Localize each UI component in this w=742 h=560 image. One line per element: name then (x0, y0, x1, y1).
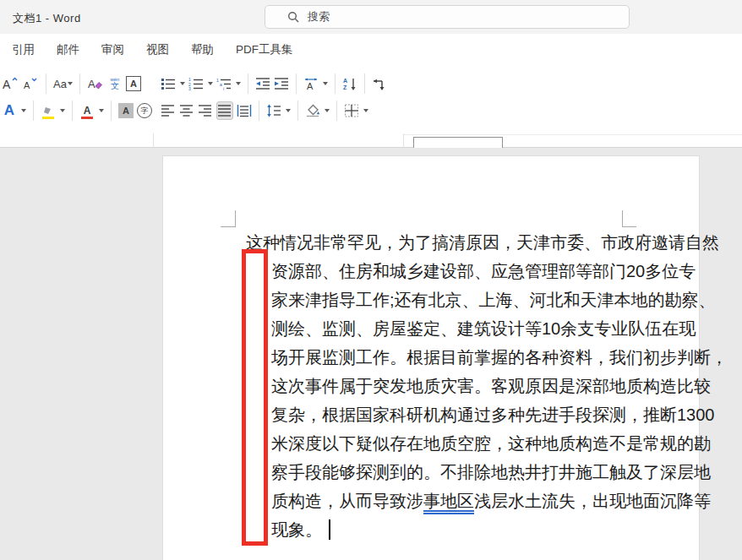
text-line: 家来津指导工作;还有北京、上海、河北和天津本地的勘察、 (271, 285, 623, 314)
text-line: 这种情况非常罕见，为了搞清原因，天津市委、市政府邀请自然 (246, 228, 623, 257)
numbering-dropdown[interactable] (208, 82, 213, 85)
divider (111, 101, 112, 121)
svg-text:i: i (223, 86, 224, 91)
svg-text:A: A (88, 78, 95, 90)
font-color-dropdown[interactable] (99, 109, 104, 112)
svg-text:Z: Z (343, 84, 347, 90)
numbering-button[interactable]: 123 (188, 74, 204, 93)
document-page[interactable]: 这种情况非常罕见，为了搞清原因，天津市委、市政府邀请自然资源部、住房和城乡建设部… (162, 155, 700, 560)
text-line: 这次事件属于突发地质灾害。客观原因是深部地质构造比较 (271, 372, 623, 400)
document-title: 文档1 - Word (13, 11, 81, 26)
word-window: 文档1 - Word 搜索 引用邮件审阅视图帮助PDF工具集 A A Aa A (0, 0, 742, 560)
line-spacing-dropdown[interactable] (286, 109, 291, 112)
margin-mark-right (622, 210, 623, 227)
paragraph-group-row2 (161, 101, 368, 121)
align-left-button[interactable] (161, 101, 176, 120)
text-line: 复杂，根据国家科研机构通过多种先进手段探测，推断1300 (271, 400, 623, 429)
borders-button[interactable] (344, 101, 359, 120)
justify-button[interactable] (216, 101, 233, 120)
annotation-red-rectangle (242, 249, 268, 546)
font-group-row2: A A A 字 (2, 101, 152, 121)
divider (33, 101, 34, 121)
divider (248, 73, 248, 94)
show-marks-button[interactable] (372, 74, 387, 93)
search-icon (287, 11, 299, 23)
text-line: 现象。 (271, 515, 623, 544)
paragraph: 这种情况非常罕见，为了搞清原因，天津市委、市政府邀请自然资源部、住房和城乡建设部… (246, 228, 623, 544)
distribute-button[interactable] (237, 101, 252, 120)
divider (259, 101, 259, 121)
shading-button[interactable] (305, 101, 320, 120)
phonetic-guide-button[interactable]: wén 文 (107, 74, 123, 93)
shrink-font-button[interactable]: A (22, 74, 39, 93)
divider (296, 73, 297, 94)
paragraph-group-row1: 123 1ai A AZ (161, 73, 387, 94)
grammar-flagged-text: 事 (423, 490, 440, 513)
divider (297, 101, 298, 121)
highlight-button[interactable] (41, 102, 56, 119)
title-bar: 文档1 - Word 搜索 (0, 0, 742, 34)
menu-tab[interactable]: 视图 (135, 42, 180, 57)
margin-mark-left (221, 226, 235, 227)
divider (335, 73, 336, 94)
grow-font-button[interactable]: A (2, 74, 19, 93)
grammar-flagged-text: 地 (440, 490, 457, 513)
margin-mark-left (235, 210, 236, 227)
borders-dropdown[interactable] (363, 109, 368, 112)
asian-layout-dropdown[interactable] (323, 82, 328, 85)
divider (79, 73, 80, 94)
svg-text:A: A (24, 80, 30, 90)
multilevel-list-button[interactable]: 1ai (216, 74, 232, 93)
divider (72, 101, 73, 121)
search-box[interactable]: 搜索 (265, 5, 630, 29)
increase-indent-button[interactable] (274, 74, 289, 93)
document-canvas: 这种情况非常罕见，为了搞清原因，天津市委、市政府邀请自然资源部、住房和城乡建设部… (0, 148, 742, 560)
svg-text:A: A (307, 81, 314, 90)
svg-text:a: a (220, 82, 222, 87)
grammar-flagged-text: 区 (457, 490, 474, 513)
menu-tab[interactable]: 邮件 (46, 42, 90, 57)
bullets-button[interactable] (161, 74, 176, 93)
font-color-button[interactable]: A (79, 102, 95, 119)
divider (364, 73, 365, 94)
asian-layout-button[interactable]: A (303, 74, 319, 93)
character-shading-button[interactable]: A (118, 101, 134, 120)
svg-text:A: A (343, 78, 347, 84)
enclose-characters-button[interactable]: 字 (137, 101, 152, 120)
margin-mark-right (622, 226, 636, 227)
menu-tab[interactable]: PDF工具集 (225, 42, 304, 57)
text-line: 资源部、住房和城乡建设部、应急管理部等部门20多位专 (271, 257, 623, 285)
divider (336, 101, 337, 121)
svg-text:1: 1 (216, 78, 219, 83)
divider (46, 73, 46, 94)
change-case-button[interactable]: Aa (53, 74, 73, 93)
bullets-dropdown[interactable] (180, 82, 185, 85)
text-cursor (329, 519, 330, 540)
text-effects-button[interactable]: A (2, 101, 17, 120)
ribbon: A A Aa A wén 文 A A (0, 65, 742, 148)
character-border-button[interactable]: A (126, 74, 141, 93)
text-line: 测绘、监测、房屋鉴定、建筑设计等10余支专业队伍在现 (271, 314, 623, 343)
decrease-indent-button[interactable] (255, 74, 270, 93)
highlight-dropdown[interactable] (60, 109, 65, 112)
clear-formatting-button[interactable]: A (87, 74, 104, 93)
text-line: 察手段能够探测到的。不排除地热井打井施工触及了深层地 (271, 458, 623, 487)
align-right-button[interactable] (198, 101, 213, 120)
text-line: 米深度以下疑似存在地质空腔，这种地质构造不是常规的勘 (271, 429, 623, 458)
text-line: 质构造，从而导致涉事地区浅层水土流失，出现地面沉降等 (271, 487, 623, 515)
font-group-row1: A A Aa A wén 文 A (2, 73, 141, 94)
search-placeholder: 搜索 (308, 9, 330, 24)
svg-text:A: A (3, 78, 11, 91)
menu-tabs: 引用邮件审阅视图帮助PDF工具集 (0, 34, 742, 65)
text-line: 场开展监测工作。根据目前掌握的各种资料，我们初步判断， (271, 343, 623, 372)
svg-text:3: 3 (188, 86, 191, 90)
menu-tab[interactable]: 审阅 (90, 42, 135, 57)
shading-dropdown[interactable] (325, 109, 330, 112)
multilevel-list-dropdown[interactable] (236, 82, 241, 85)
line-spacing-button[interactable] (266, 101, 281, 120)
menu-tab[interactable]: 帮助 (180, 42, 225, 57)
menu-tab[interactable]: 引用 (1, 42, 46, 57)
align-center-button[interactable] (179, 101, 194, 120)
text-effects-dropdown[interactable] (21, 109, 26, 112)
sort-button[interactable]: AZ (342, 74, 357, 93)
